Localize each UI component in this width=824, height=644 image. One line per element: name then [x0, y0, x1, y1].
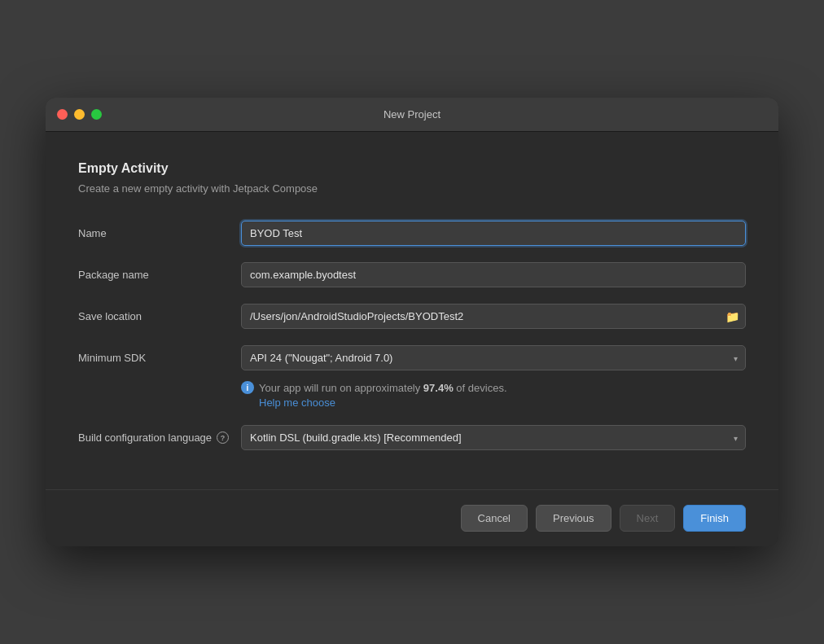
folder-icon: 📁 [725, 310, 739, 323]
build-config-select[interactable]: Kotlin DSL (build.gradle.kts) [Recommend… [241, 425, 746, 450]
minimum-sdk-wrapper: API 24 ("Nougat"; Android 7.0) ▾ [241, 345, 746, 370]
package-label: Package name [78, 269, 241, 281]
minimize-button[interactable] [74, 109, 85, 120]
next-button: Next [620, 505, 676, 532]
footer: Cancel Previous Next Finish [46, 490, 778, 546]
info-icon: i [241, 381, 254, 394]
new-project-window: New Project Empty Activity Create a new … [46, 98, 778, 546]
save-location-label: Save location [78, 310, 241, 322]
maximize-button[interactable] [91, 109, 102, 120]
save-location-wrapper: 📁 [241, 304, 746, 329]
package-input[interactable] [241, 262, 746, 287]
package-row: Package name [78, 262, 746, 287]
window-title: New Project [384, 108, 440, 120]
build-config-wrapper: Kotlin DSL (build.gradle.kts) [Recommend… [241, 425, 746, 450]
help-me-choose-link[interactable]: Help me choose [259, 396, 507, 409]
minimum-sdk-row: Minimum SDK API 24 ("Nougat"; Android 7.… [78, 345, 746, 370]
minimum-sdk-label: Minimum SDK [78, 352, 241, 364]
name-row: Name [78, 221, 746, 246]
close-button[interactable] [57, 109, 68, 120]
sdk-info-content: Your app will run on approximately 97.4%… [259, 380, 507, 409]
finish-button[interactable]: Finish [683, 505, 746, 532]
browse-folder-button[interactable]: 📁 [725, 310, 739, 323]
save-location-row: Save location 📁 [78, 304, 746, 329]
form-content: Empty Activity Create a new empty activi… [46, 132, 778, 489]
sdk-percentage: 97.4% [423, 382, 454, 394]
cancel-button[interactable]: Cancel [461, 505, 528, 532]
minimum-sdk-select[interactable]: API 24 ("Nougat"; Android 7.0) [241, 345, 746, 370]
help-icon[interactable]: ? [217, 432, 229, 444]
titlebar: New Project [46, 98, 778, 132]
sdk-info-row: i Your app will run on approximately 97.… [241, 380, 746, 409]
traffic-lights [57, 109, 102, 120]
save-location-input[interactable] [241, 304, 746, 329]
name-input[interactable] [241, 221, 746, 246]
page-title: Empty Activity [78, 161, 746, 176]
previous-button[interactable]: Previous [536, 505, 611, 532]
build-config-row: Build configuration language ? Kotlin DS… [78, 425, 746, 450]
build-config-label: Build configuration language ? [78, 432, 241, 444]
sdk-info-text: Your app will run on approximately 97.4%… [259, 382, 507, 394]
page-subtitle: Create a new empty activity with Jetpack… [78, 182, 746, 195]
name-label: Name [78, 227, 241, 239]
